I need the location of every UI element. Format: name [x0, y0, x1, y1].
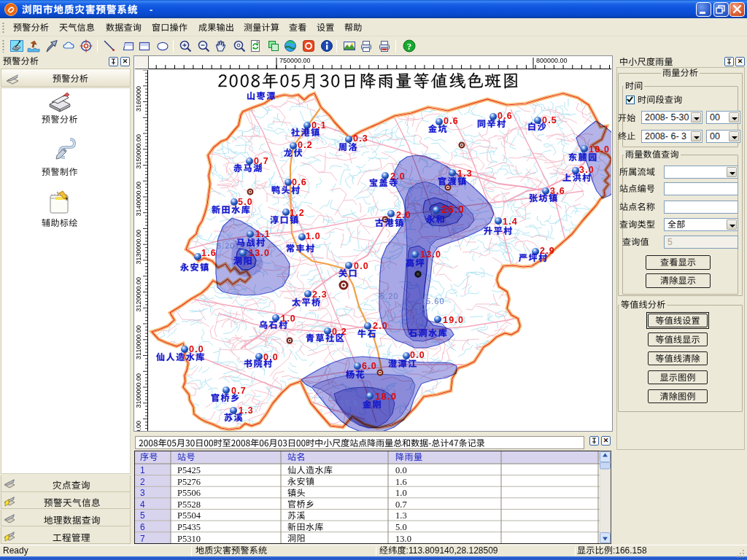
svg-text:10.40: 10.40	[402, 303, 426, 311]
svg-text:0.6: 0.6	[444, 116, 459, 126]
svg-text:13.0: 13.0	[420, 249, 441, 260]
svg-text:3090000.00: 3090000.00	[135, 421, 142, 431]
svg-text:3.6: 3.6	[550, 186, 565, 196]
svg-text:1.3: 1.3	[457, 168, 473, 179]
svg-text:1.4: 1.4	[503, 217, 518, 227]
svg-text:0.0: 0.0	[410, 350, 425, 360]
svg-text:1.0: 1.0	[281, 314, 296, 324]
svg-text:2.0: 2.0	[396, 210, 411, 220]
svg-text:13.0: 13.0	[249, 248, 270, 258]
svg-text:0.0: 0.0	[263, 352, 279, 362]
svg-text:5.0: 5.0	[238, 197, 253, 207]
svg-text:1.1: 1.1	[255, 229, 271, 239]
svg-text:3.0: 3.0	[579, 165, 595, 175]
svg-text:6.0: 6.0	[362, 361, 377, 371]
svg-text:0.5: 0.5	[542, 115, 557, 125]
svg-text:3150000.00: 3150000.00	[135, 134, 142, 169]
svg-text:2.9: 2.9	[540, 246, 555, 256]
svg-text:0.7: 0.7	[231, 386, 247, 396]
svg-text:0.2: 0.2	[298, 140, 313, 150]
svg-text:5.20: 5.20	[380, 292, 398, 300]
svg-text:3120000.00: 3120000.00	[135, 277, 142, 312]
svg-text:3130000.00: 3130000.00	[135, 230, 142, 265]
svg-text:3160000: 3160000	[135, 86, 142, 112]
svg-text:0.2: 0.2	[332, 327, 347, 337]
svg-text:5.20: 5.20	[217, 241, 235, 250]
svg-text:1.6: 1.6	[201, 248, 217, 258]
svg-text:1.0: 1.0	[306, 231, 321, 241]
svg-text:800000.00: 800000.00	[536, 57, 568, 64]
svg-text:15.6: 15.6	[340, 399, 358, 408]
svg-text:0.0: 0.0	[189, 344, 204, 354]
svg-text:19.0: 19.0	[443, 315, 464, 325]
svg-text:1.3: 1.3	[239, 405, 254, 416]
svg-text:2.0: 2.0	[373, 321, 388, 331]
svg-text:3140000.00: 3140000.00	[135, 182, 142, 217]
svg-text:0.1: 0.1	[311, 120, 327, 131]
svg-text:1.2: 1.2	[290, 208, 305, 218]
svg-text:0.7: 0.7	[254, 156, 269, 166]
svg-text:3100000.00: 3100000.00	[135, 373, 142, 408]
svg-text:15.8: 15.8	[416, 209, 434, 218]
svg-text:?: ?	[407, 41, 412, 52]
svg-text:0.6: 0.6	[498, 111, 513, 121]
svg-text:18.0: 18.0	[375, 391, 397, 402]
svg-text:750000.00: 750000.00	[279, 57, 311, 64]
svg-text:0.3: 0.3	[353, 133, 368, 144]
svg-text:0.0: 0.0	[354, 261, 369, 271]
svg-text:3110000.00: 3110000.00	[135, 325, 142, 359]
svg-text:2.3: 2.3	[312, 289, 328, 300]
svg-text:2.0: 2.0	[390, 171, 406, 182]
svg-text:10.0: 10.0	[589, 144, 610, 155]
svg-text:0.6: 0.6	[292, 177, 307, 187]
svg-text:26.0: 26.0	[441, 203, 465, 215]
